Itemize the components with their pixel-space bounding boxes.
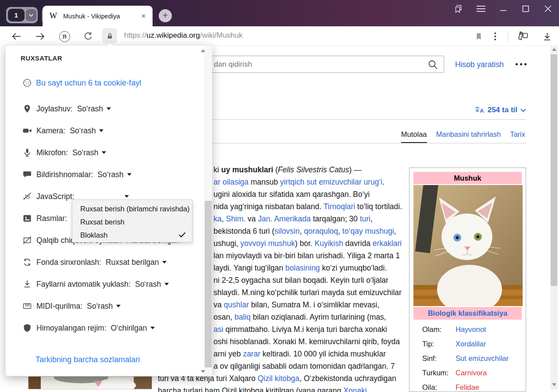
tab-list-chevron[interactable] xyxy=(26,9,36,21)
article-line: ugini aloxida tur sifatida xam qarashgan… xyxy=(214,190,370,199)
article-link[interactable]: yirtqich sut emizuvchilar urugʻi xyxy=(280,178,382,186)
panels-icon[interactable] xyxy=(453,4,464,14)
article-link[interactable]: qushlar xyxy=(224,300,249,309)
close-icon[interactable] xyxy=(542,4,554,14)
dropdown-option[interactable]: Ruxsat berish (birlamchi ravishda) xyxy=(72,202,192,215)
taxonomy-table: Olam:HayvonotTip:XordalilarSinf:Sut emiz… xyxy=(413,322,522,392)
article-link[interactable]: qoraquloq xyxy=(304,227,338,235)
cookies-link[interactable]: Bu sayt uchun 6 ta cookie-fayl xyxy=(36,78,141,88)
article-link[interactable]: ka xyxy=(214,214,221,223)
article-tab[interactable]: Mutolaa xyxy=(401,130,427,143)
article-line: ni 2-2,5 oygacha sut bilan boqadi. Keyin… xyxy=(214,276,388,285)
permission-value-dropdown[interactable] xyxy=(79,195,129,198)
article-link[interactable]: Xonaki xyxy=(343,386,367,392)
forward-button[interactable] xyxy=(34,30,46,43)
permission-value-dropdown[interactable]: Soʻrash xyxy=(87,302,121,311)
url-host: uz.wikipedia.org xyxy=(146,31,200,39)
article-link[interactable]: ar oilasiga xyxy=(214,178,249,186)
article-link[interactable]: toʻqay mushugi xyxy=(342,227,394,235)
permission-value-dropdown[interactable]: Oʻchirilgan xyxy=(111,324,155,333)
panel-scroll-down-icon[interactable] xyxy=(199,370,207,373)
yandex-button[interactable]: Я xyxy=(58,30,71,43)
permission-row: Fayllarni avtomatik yuklash:Soʻrash xyxy=(22,277,169,291)
page-scrollbar-thumb[interactable] xyxy=(551,54,557,286)
permission-value-dropdown[interactable]: Ruxsat berilgan xyxy=(106,258,167,267)
scroll-up-icon[interactable] xyxy=(550,48,558,51)
reload-button[interactable] xyxy=(82,30,94,43)
article-link[interactable]: Kuyikish xyxy=(315,239,343,248)
scroll-down-icon[interactable] xyxy=(550,383,558,386)
article-link[interactable]: bolasining xyxy=(285,264,320,272)
create-account-link[interactable]: Hisob yaratish xyxy=(455,60,504,69)
bookmark-button[interactable] xyxy=(473,30,485,43)
dropdown-option[interactable]: Ruxsat berish xyxy=(72,215,192,228)
article-link[interactable]: Tirnoqlari xyxy=(324,202,355,211)
all-content-settings-link[interactable]: Tarkibning barcha sozlamalari xyxy=(36,355,140,364)
midi-icon xyxy=(22,301,32,311)
permission-label: Fayllarni avtomatik yuklash: xyxy=(36,280,131,289)
taxonomy-link[interactable]: Felidae xyxy=(456,383,479,392)
article-link[interactable]: asi xyxy=(214,325,223,334)
panel-scroll-up-icon[interactable] xyxy=(199,49,207,52)
kitten-photo[interactable] xyxy=(413,185,523,306)
lock-icon xyxy=(106,32,114,40)
panel-scrollbar-thumb[interactable] xyxy=(205,201,212,367)
shield-icon xyxy=(22,323,32,333)
article-link[interactable]: baliq xyxy=(235,313,251,321)
permissions-panel: RUXSATLAR Bu sayt uchun 6 ta cookie-fayl… xyxy=(5,45,212,376)
passwords-button[interactable] xyxy=(516,30,529,43)
article-link[interactable]: Shim. xyxy=(226,214,246,223)
permission-value-dropdown[interactable]: Soʻrash xyxy=(70,126,103,135)
personal-tools-menu[interactable] xyxy=(516,63,527,65)
downloads-button[interactable] xyxy=(541,30,553,43)
search-placeholder: dan qidirish xyxy=(214,60,252,69)
article-line: lan miyovlaydi va bir-biri bilan urishad… xyxy=(214,251,400,260)
microphone-icon xyxy=(22,148,32,157)
permission-row: Mikrofon:Soʻrash xyxy=(22,146,106,160)
camera-icon xyxy=(22,126,32,135)
article-link[interactable]: Qizil kitobga xyxy=(258,374,299,383)
permission-row: Fonda sinxronlash:Ruxsat berilgan xyxy=(22,255,167,269)
titlebar: 1 W Mushuk - Vikipediya × + xyxy=(0,0,559,26)
auto-download-icon xyxy=(22,279,32,289)
taxonomy-link[interactable]: Hayvonot xyxy=(456,325,486,334)
tab-close-icon[interactable]: × xyxy=(140,12,147,20)
taxonomy-label: Tip: xyxy=(422,340,456,348)
search-icon[interactable] xyxy=(427,59,438,72)
article-link[interactable]: erkaklari xyxy=(373,239,402,248)
javascript-icon: JS xyxy=(22,192,32,201)
article-link[interactable]: yovvoyi mushuk xyxy=(240,239,295,248)
browser-tab[interactable]: W Mushuk - Vikipediya × xyxy=(43,6,153,26)
article-link[interactable]: zarar xyxy=(243,349,260,358)
taxonomy-link[interactable]: Xordalilar xyxy=(456,340,486,348)
title-divider xyxy=(159,119,526,120)
permission-value-dropdown[interactable]: Soʻrash xyxy=(77,104,111,114)
permission-value-dropdown[interactable]: Soʻrash xyxy=(97,170,131,179)
site-lock-button[interactable] xyxy=(102,28,117,43)
minimize-icon[interactable] xyxy=(498,4,509,14)
page-menu-button[interactable] xyxy=(489,30,501,43)
article-link[interactable]: Jan. Amerikada xyxy=(258,214,311,223)
article-link[interactable]: turi xyxy=(360,214,370,223)
taxonomy-row: Tip:Xordalilar xyxy=(413,337,522,351)
language-selector[interactable]: A 254 ta til xyxy=(474,106,526,114)
article-link[interactable]: silovsin xyxy=(274,227,299,235)
taxonomy-link[interactable]: Sut emizuvchilar xyxy=(456,354,509,363)
permission-label: Rasmlar: xyxy=(36,214,67,223)
permission-value-dropdown[interactable]: Soʻrash xyxy=(72,148,106,157)
article-tab[interactable]: Manbasini tahrirlash xyxy=(436,130,501,143)
article-line: ka, Shim. va Jan. Amerikada tarqalgan; 3… xyxy=(214,214,373,224)
kebab-menu-icon xyxy=(494,32,496,41)
new-tab-button[interactable]: + xyxy=(159,9,172,22)
taxonomy-link[interactable]: Carnivora xyxy=(456,369,487,377)
dropdown-option[interactable]: Bloklash xyxy=(72,228,192,242)
article-thumbnail-cat-photo[interactable] xyxy=(28,376,152,389)
back-button[interactable] xyxy=(10,30,22,43)
permission-value-dropdown[interactable]: Soʻrash xyxy=(135,280,169,289)
taxonomy-row: Olam:Hayvonot xyxy=(413,322,522,337)
menu-icon[interactable] xyxy=(475,4,487,14)
address-bar[interactable]: https://uz.wikipedia.org/wiki/Mushuk xyxy=(124,31,242,40)
tab-counter-button[interactable]: 1 xyxy=(6,7,38,23)
article-tab[interactable]: Tarix xyxy=(510,130,525,143)
maximize-icon[interactable] xyxy=(520,4,531,14)
